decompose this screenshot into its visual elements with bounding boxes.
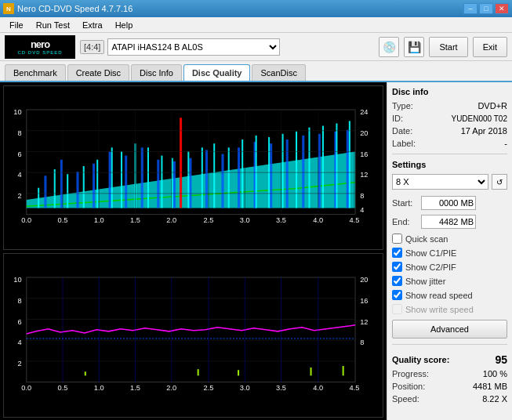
svg-text:8: 8 [360, 192, 364, 200]
svg-text:4: 4 [360, 206, 364, 214]
svg-rect-17 [270, 143, 272, 208]
svg-rect-40 [256, 136, 257, 208]
device-select[interactable]: ATAPI iHAS124 B AL0S [107, 38, 280, 56]
show-jitter-label: Show jitter [405, 277, 445, 286]
disc-id-row: ID: YUDEN000 T02 [392, 114, 507, 123]
svg-rect-28 [96, 160, 98, 208]
svg-rect-26 [67, 174, 68, 208]
svg-rect-44 [308, 128, 310, 208]
label-value: - [504, 139, 507, 148]
info-icon-button[interactable]: 💿 [379, 37, 399, 57]
svg-text:0.5: 0.5 [58, 384, 68, 392]
menu-extra[interactable]: Extra [76, 19, 109, 31]
svg-rect-22 [347, 130, 349, 208]
svg-rect-7 [109, 151, 111, 208]
svg-rect-84 [85, 371, 86, 375]
tab-disc-quality[interactable]: Disc Quality [183, 64, 251, 81]
id-label: ID: [392, 114, 403, 123]
settings-title: Settings [392, 160, 507, 169]
speed-refresh-button[interactable]: ↺ [492, 174, 507, 190]
menu-run-test[interactable]: Run Test [30, 19, 76, 31]
svg-text:1.0: 1.0 [94, 216, 104, 224]
quick-scan-label: Quick scan [405, 234, 448, 244]
menu-file[interactable]: File [3, 19, 30, 31]
speed-select[interactable]: 8 X [392, 174, 488, 190]
svg-text:2: 2 [17, 360, 21, 368]
titlebar-buttons[interactable]: – □ ✕ [463, 3, 509, 14]
disc-date-row: Date: 17 Apr 2018 [392, 126, 507, 136]
svg-rect-46 [336, 123, 337, 208]
minimize-button[interactable]: – [463, 3, 478, 14]
type-value: DVD+R [478, 101, 507, 110]
show-write-speed-label: Show write speed [405, 305, 474, 314]
svg-text:2.5: 2.5 [204, 384, 214, 392]
svg-rect-33 [161, 156, 162, 208]
divider2 [392, 344, 507, 345]
device-port-label: [4:4] [80, 40, 104, 54]
show-read-speed-label: Show read speed [405, 291, 473, 300]
tab-create-disc[interactable]: Create Disc [67, 64, 129, 81]
exit-button[interactable]: Exit [473, 37, 507, 57]
progress-value: 100 % [483, 369, 507, 378]
show-c1pie-row: Show C1/PIE [392, 248, 507, 258]
tab-benchmark[interactable]: Benchmark [5, 64, 66, 81]
close-button[interactable]: ✕ [495, 3, 509, 14]
svg-rect-5 [76, 172, 78, 208]
svg-rect-29 [111, 147, 113, 208]
svg-rect-13 [205, 150, 208, 208]
device-selector-area: [4:4] ATAPI iHAS124 B AL0S [80, 38, 374, 56]
disc-label-row: Label: - [392, 139, 507, 148]
show-write-speed-checkbox[interactable] [392, 304, 402, 314]
app-icon: N [3, 3, 14, 14]
svg-rect-9 [141, 147, 143, 208]
svg-text:2.0: 2.0 [166, 384, 176, 392]
svg-text:2.5: 2.5 [204, 216, 214, 224]
date-value: 17 Apr 2018 [461, 126, 507, 136]
svg-rect-25 [54, 169, 56, 208]
end-input[interactable] [421, 215, 476, 229]
tab-disc-info[interactable]: Disc Info [131, 64, 182, 81]
quick-scan-checkbox[interactable] [392, 234, 402, 244]
quick-scan-row: Quick scan [392, 234, 507, 244]
chart2: 10 8 6 4 2 20 16 12 8 0.0 0.5 1.0 1.5 2.… [3, 253, 383, 418]
start-input[interactable] [421, 196, 476, 210]
svg-text:1.5: 1.5 [130, 384, 140, 392]
svg-text:3.0: 3.0 [240, 216, 250, 224]
svg-text:16: 16 [360, 297, 368, 305]
start-button[interactable]: Start [429, 37, 467, 57]
svg-text:4.5: 4.5 [350, 216, 360, 224]
svg-rect-36 [202, 147, 203, 208]
svg-rect-14 [221, 154, 223, 208]
svg-text:20: 20 [360, 276, 368, 284]
show-read-speed-checkbox[interactable] [392, 290, 402, 300]
show-c1pie-label: Show C1/PIE [405, 248, 456, 258]
svg-rect-88 [343, 366, 344, 375]
show-jitter-row: Show jitter [392, 276, 507, 286]
show-jitter-checkbox[interactable] [392, 276, 402, 286]
progress-row: Progress: 100 % [392, 369, 507, 378]
maximize-button[interactable]: □ [479, 3, 493, 14]
advanced-button[interactable]: Advanced [392, 320, 507, 339]
quality-score-label: Quality score: [392, 355, 449, 364]
svg-text:24: 24 [360, 108, 368, 116]
quality-score-value: 95 [495, 353, 507, 366]
chart2-svg: 10 8 6 4 2 20 16 12 8 0.0 0.5 1.0 1.5 2.… [4, 254, 383, 417]
tab-scandisc[interactable]: ScanDisc [252, 64, 305, 81]
date-label: Date: [392, 126, 412, 136]
svg-text:16: 16 [360, 150, 368, 158]
menubar: File Run Test Extra Help [0, 17, 512, 33]
svg-rect-15 [238, 147, 240, 208]
svg-text:2: 2 [17, 192, 21, 200]
svg-text:8: 8 [17, 297, 21, 305]
svg-text:3.0: 3.0 [240, 384, 250, 392]
svg-text:2.0: 2.0 [166, 216, 176, 224]
show-c1pie-checkbox[interactable] [392, 248, 402, 258]
save-icon-button[interactable]: 💾 [404, 37, 424, 57]
svg-text:6: 6 [17, 318, 21, 326]
svg-rect-37 [213, 143, 215, 208]
menu-help[interactable]: Help [109, 19, 140, 31]
show-c2pif-checkbox[interactable] [392, 262, 402, 272]
svg-text:6: 6 [17, 150, 21, 158]
svg-text:4: 4 [17, 339, 21, 346]
toolbar: nero CD·DVD SPEED [4:4] ATAPI iHAS124 B … [0, 33, 512, 61]
